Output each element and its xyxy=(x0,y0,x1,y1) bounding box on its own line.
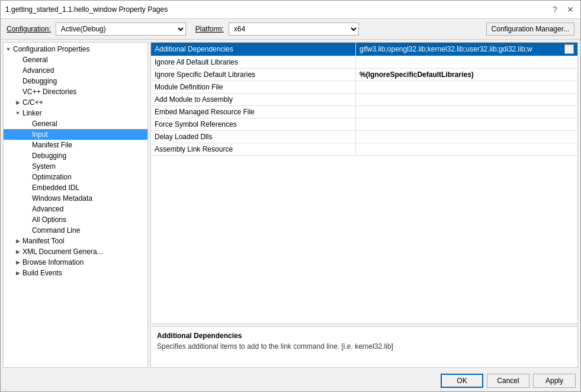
property-value xyxy=(356,106,577,118)
table-row[interactable]: Delay Loaded Dlls xyxy=(151,131,577,143)
property-value xyxy=(356,94,577,106)
apply-button[interactable]: Apply xyxy=(533,374,576,388)
help-button[interactable]: ? xyxy=(550,4,560,15)
table-row[interactable]: Module Definition File xyxy=(151,81,577,94)
table-row[interactable]: Additional Dependenciesglfw3.lib;opengl3… xyxy=(151,43,577,56)
tree-item-label: VC++ Directories xyxy=(23,88,76,96)
tree-item-label: Advanced xyxy=(23,66,54,75)
expand-closed-icon xyxy=(13,238,23,244)
tree-item-label: Debugging xyxy=(23,77,57,85)
table-row[interactable]: Embed Managed Resource File xyxy=(151,106,577,118)
tree-item-linker-command-line[interactable]: Command Line xyxy=(4,225,147,236)
title-bar-controls: ? ✕ xyxy=(550,4,576,15)
tree-item-xml-doc-gen[interactable]: XML Document Genera... xyxy=(4,246,147,257)
tree-item-general[interactable]: General xyxy=(4,54,147,65)
title-bar: 1.getting_started_1.1.hello_window Prope… xyxy=(1,1,580,19)
tree-item-linker[interactable]: Linker xyxy=(4,108,147,118)
platform-label: Platform: xyxy=(195,25,224,33)
property-name: Delay Loaded Dlls xyxy=(151,131,356,143)
table-row[interactable]: Ignore Specific Default Libraries%(Ignor… xyxy=(151,69,577,81)
property-name: Force Symbol References xyxy=(151,118,356,131)
tree-item-vcpp-dirs[interactable]: VC++ Directories xyxy=(4,86,147,97)
tree-item-label: System xyxy=(32,162,56,171)
tree-item-label: All Options xyxy=(32,216,66,224)
tree-item-linker-manifest[interactable]: Manifest File xyxy=(4,140,147,150)
expand-open-icon xyxy=(13,110,23,116)
expand-closed-icon xyxy=(13,270,23,276)
bottom-bar: OK Cancel Apply xyxy=(1,370,580,391)
tree-item-advanced[interactable]: Advanced xyxy=(4,65,147,76)
tree-item-label: General xyxy=(32,120,57,128)
config-bar: Configuration: Active(Debug) Platform: x… xyxy=(1,19,580,40)
property-name: Ignore Specific Default Libraries xyxy=(151,69,356,81)
tree-item-manifest-tool[interactable]: Manifest Tool xyxy=(4,236,147,246)
expand-open-icon xyxy=(4,46,13,52)
main-area: Configuration PropertiesGeneralAdvancedD… xyxy=(1,40,580,370)
table-row[interactable]: Force Symbol References xyxy=(151,118,577,131)
tree-item-label: Manifest File xyxy=(32,141,72,149)
tree-item-linker-optimization[interactable]: Optimization xyxy=(4,172,147,182)
property-pages-window: 1.getting_started_1.1.hello_window Prope… xyxy=(0,0,581,392)
description-text: Specifies additional items to add to the… xyxy=(157,342,572,351)
close-button[interactable]: ✕ xyxy=(565,4,576,15)
tree-item-label: General xyxy=(23,56,48,64)
properties-table-area: Additional Dependenciesglfw3.lib;opengl3… xyxy=(150,42,578,324)
window-title: 1.getting_started_1.1.hello_window Prope… xyxy=(5,5,168,14)
property-name: Additional Dependencies xyxy=(151,43,356,56)
tree-item-label: Windows Metadata xyxy=(32,194,92,203)
tree-item-linker-all-options[interactable]: All Options xyxy=(4,214,147,225)
description-title: Additional Dependencies xyxy=(157,332,572,340)
tree-item-config-props[interactable]: Configuration Properties xyxy=(4,44,147,54)
platform-select[interactable]: x64 xyxy=(229,23,359,36)
tree-item-debugging[interactable]: Debugging xyxy=(4,76,147,86)
tree-item-label: Configuration Properties xyxy=(13,45,89,53)
property-value-text: glfw3.lib;opengl32.lib;kernel32.lib;user… xyxy=(359,45,564,53)
tree-item-label: XML Document Genera... xyxy=(23,248,103,256)
tree-item-cpp[interactable]: C/C++ xyxy=(4,97,147,108)
property-value xyxy=(356,56,577,69)
configuration-select[interactable]: Active(Debug) xyxy=(56,23,186,36)
value-dropdown-button[interactable]: ▼ xyxy=(564,44,574,54)
property-value xyxy=(356,81,577,94)
tree-item-label: Command Line xyxy=(32,226,80,234)
table-row[interactable]: Ignore All Default Libraries xyxy=(151,56,577,69)
property-name: Ignore All Default Libraries xyxy=(151,56,356,69)
tree-item-label: Advanced xyxy=(32,205,63,213)
tree-item-linker-system[interactable]: System xyxy=(4,161,147,172)
properties-table: Additional Dependenciesglfw3.lib;opengl3… xyxy=(151,43,577,156)
tree-item-build-events[interactable]: Build Events xyxy=(4,268,147,278)
value-dropdown-wrapper: glfw3.lib;opengl32.lib;kernel32.lib;user… xyxy=(359,44,574,54)
tree-item-label: Manifest Tool xyxy=(23,237,64,245)
expand-closed-icon xyxy=(13,249,23,255)
tree-item-linker-debugging[interactable]: Debugging xyxy=(4,150,147,161)
property-value xyxy=(356,118,577,131)
tree-item-label: Embedded IDL xyxy=(32,184,79,192)
tree-item-linker-windows-metadata[interactable]: Windows Metadata xyxy=(4,193,147,204)
tree-item-linker-general[interactable]: General xyxy=(4,118,147,129)
property-value[interactable]: glfw3.lib;opengl32.lib;kernel32.lib;user… xyxy=(356,43,577,56)
tree-item-label: Browse Information xyxy=(23,258,84,266)
expand-closed-icon xyxy=(13,99,23,105)
right-panel: Additional Dependenciesglfw3.lib;opengl3… xyxy=(150,42,578,368)
tree-item-label: Input xyxy=(32,130,48,139)
tree-panel: Configuration PropertiesGeneralAdvancedD… xyxy=(3,42,148,368)
tree-item-linker-advanced[interactable]: Advanced xyxy=(4,204,147,214)
table-row[interactable]: Assembly Link Resource xyxy=(151,143,577,156)
tree-item-linker-input[interactable]: Input xyxy=(4,129,147,140)
ok-button[interactable]: OK xyxy=(441,374,483,388)
tree-item-label: C/C++ xyxy=(23,98,43,107)
property-name: Embed Managed Resource File xyxy=(151,106,356,118)
property-value: %(IgnoreSpecificDefaultLibraries) xyxy=(356,69,577,81)
configuration-label: Configuration: xyxy=(7,25,51,33)
cancel-button[interactable]: Cancel xyxy=(487,374,529,388)
expand-closed-icon xyxy=(13,259,23,265)
property-value-bold: %(IgnoreSpecificDefaultLibraries) xyxy=(359,70,474,79)
tree-item-linker-embedded-idl[interactable]: Embedded IDL xyxy=(4,182,147,193)
config-manager-button[interactable]: Configuration Manager... xyxy=(486,23,574,36)
table-row[interactable]: Add Module to Assembly xyxy=(151,94,577,106)
property-value xyxy=(356,131,577,143)
tree-item-browse-info[interactable]: Browse Information xyxy=(4,257,147,268)
property-name: Assembly Link Resource xyxy=(151,143,356,156)
property-name: Add Module to Assembly xyxy=(151,94,356,106)
tree-item-label: Linker xyxy=(23,109,42,117)
